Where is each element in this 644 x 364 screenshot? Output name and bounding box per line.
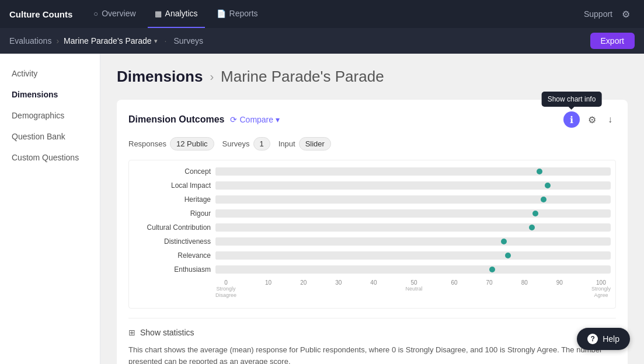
- bar-track: [215, 265, 611, 274]
- x-axis-tick: 70: [486, 279, 493, 299]
- help-button[interactable]: ? Help: [577, 328, 630, 350]
- card-header: Dimension Outcomes ⟳ Compare ▾ Show char…: [128, 111, 616, 128]
- bar-fill: [215, 237, 504, 246]
- breadcrumb-separator-1: ›: [56, 36, 59, 46]
- x-axis-tick: 50 Neutral: [405, 279, 422, 299]
- sidebar-item-demographics[interactable]: Demographics: [0, 105, 100, 126]
- table-icon: ⊞: [128, 328, 135, 337]
- chart-row: Distinctiveness: [134, 237, 611, 246]
- bar-label: Relevance: [134, 251, 215, 260]
- x-axis-sublabel: Disagree: [215, 292, 236, 299]
- surveys-label: Surveys: [222, 139, 250, 148]
- responses-filter: Responses 12 Public: [128, 137, 214, 150]
- chart-settings-button[interactable]: ⚙: [584, 112, 600, 128]
- x-axis-tick: 30: [335, 279, 342, 299]
- show-statistics-button[interactable]: ⊞ Show statistics: [128, 328, 616, 337]
- breadcrumb-evaluations[interactable]: Evaluations: [9, 36, 51, 46]
- x-axis-value: 80: [521, 279, 528, 286]
- export-button[interactable]: Export: [590, 33, 635, 49]
- dropdown-chevron-icon: ▾: [154, 37, 158, 45]
- nav-reports[interactable]: 📄 Reports: [210, 0, 265, 28]
- tooltip-text: Show chart info: [542, 92, 602, 107]
- bar-track: [215, 223, 611, 232]
- overview-icon: ○: [93, 9, 98, 18]
- brand-logo: Culture Counts: [9, 9, 72, 19]
- breadcrumb-marine-parade[interactable]: Marine Parade's Parade ▾: [64, 36, 158, 46]
- x-axis-sublabel: Strongly: [217, 286, 236, 292]
- main-content: Dimensions › Marine Parade's Parade Dime…: [100, 54, 644, 364]
- x-axis-tick: 90: [556, 279, 563, 299]
- bar-label: Concept: [134, 167, 215, 176]
- bar-track: [215, 167, 611, 176]
- bar-fill: [215, 181, 548, 190]
- responses-label: Responses: [128, 139, 166, 148]
- surveys-badge[interactable]: 1: [253, 137, 270, 150]
- chart-row: Concept: [134, 167, 611, 176]
- x-axis-labels: 0 StronglyDisagree 10 20 30 40 50 Neutra…: [215, 279, 611, 299]
- dimension-outcomes-card: Dimension Outcomes ⟳ Compare ▾ Show char…: [117, 100, 628, 364]
- info-tooltip-container: Show chart info ℹ: [563, 111, 580, 128]
- bar-track: [215, 209, 611, 218]
- bar-dot: [545, 183, 551, 188]
- breadcrumb-surveys[interactable]: Surveys: [174, 36, 204, 46]
- bar-label: Enthusiasm: [134, 265, 215, 274]
- x-axis-tick: 10: [265, 279, 271, 299]
- card-title: Dimension Outcomes: [128, 114, 224, 125]
- input-badge[interactable]: Slider: [299, 137, 331, 150]
- download-button[interactable]: ↓: [604, 112, 616, 127]
- bar-dot: [501, 239, 507, 244]
- bar-label: Heritage: [134, 195, 215, 204]
- bar-dot: [505, 253, 511, 258]
- support-link[interactable]: Support: [584, 9, 612, 19]
- nav-overview[interactable]: ○ Overview: [86, 0, 142, 28]
- bar-dot: [532, 211, 538, 216]
- sidebar-item-activity[interactable]: Activity: [0, 63, 100, 84]
- x-axis-tick: 20: [300, 279, 307, 299]
- x-axis-sublabel: Agree: [594, 292, 608, 299]
- bar-dot: [529, 225, 535, 230]
- chart-row: Relevance: [134, 251, 611, 260]
- x-axis-sublabel: Strongly: [591, 286, 611, 292]
- card-divider: [128, 318, 616, 318]
- bar-label: Cultural Contribution: [134, 223, 215, 232]
- x-axis-value: 70: [486, 279, 493, 286]
- chart-row: Cultural Contribution: [134, 223, 611, 232]
- settings-gear-icon[interactable]: ⚙: [617, 6, 635, 22]
- bar-label: Rigour: [134, 209, 215, 218]
- bar-dot: [537, 169, 542, 174]
- chart-row: Rigour: [134, 209, 611, 218]
- breadcrumb-separator-2: ·: [165, 36, 167, 46]
- bar-track: [215, 181, 611, 190]
- x-axis-tick: 60: [451, 279, 457, 299]
- nav-analytics[interactable]: ▦ Analytics: [148, 0, 205, 28]
- bar-fill: [215, 195, 544, 204]
- sidebar: Activity Dimensions Demographics Questio…: [0, 54, 100, 364]
- responses-badge[interactable]: 12 Public: [170, 137, 214, 150]
- chart-row: Enthusiasm: [134, 265, 611, 274]
- bar-dot: [489, 267, 495, 272]
- filter-bar: Responses 12 Public Surveys 1 Input Slid…: [128, 137, 616, 150]
- x-axis-value: 60: [451, 279, 457, 286]
- sidebar-item-custom-questions[interactable]: Custom Questions: [0, 147, 100, 168]
- x-axis-value: 30: [335, 279, 342, 286]
- compare-button[interactable]: ⟳ Compare ▾: [230, 115, 280, 124]
- x-axis: 0 StronglyDisagree 10 20 30 40 50 Neutra…: [215, 279, 611, 299]
- chart-info-button[interactable]: ℹ: [563, 111, 580, 128]
- sidebar-item-question-bank[interactable]: Question Bank: [0, 126, 100, 147]
- bar-track: [215, 237, 611, 246]
- page-title: Dimensions: [117, 68, 203, 86]
- input-label: Input: [279, 139, 295, 148]
- x-axis-tick: 100 StronglyAgree: [591, 279, 611, 299]
- sidebar-item-dimensions[interactable]: Dimensions: [0, 84, 100, 105]
- x-axis-tick: 40: [370, 279, 377, 299]
- chart-row: Heritage: [134, 195, 611, 204]
- page-subtitle: Marine Parade's Parade: [221, 68, 384, 86]
- x-axis-tick: 80: [521, 279, 528, 299]
- bar-fill: [215, 223, 532, 232]
- bar-fill: [215, 265, 492, 274]
- x-axis-value: 90: [556, 279, 563, 286]
- breadcrumb-bar: Evaluations › Marine Parade's Parade ▾ ·…: [0, 28, 644, 54]
- analytics-icon: ▦: [155, 9, 162, 18]
- bar-fill: [215, 167, 539, 176]
- compare-chevron-icon: ▾: [276, 115, 280, 124]
